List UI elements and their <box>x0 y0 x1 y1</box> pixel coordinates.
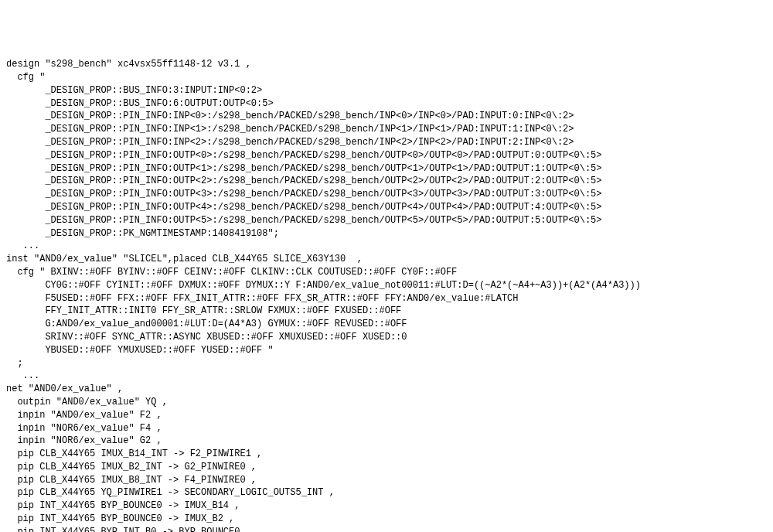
code-line: ... <box>6 240 767 253</box>
code-line: pip CLB_X44Y65 IMUX_B14_INT -> F2_PINWIR… <box>6 448 767 461</box>
code-line: _DESIGN_PROP::PK_NGMTIMESTAMP:1408419108… <box>6 227 767 240</box>
code-line: inpin "NOR6/ex_value" F4 , <box>6 422 767 435</box>
code-line: pip INT_X44Y65 BYP_BOUNCE0 -> IMUX_B14 , <box>6 500 767 513</box>
code-line: pip INT_X44Y65 BYP_BOUNCE0 -> IMUX_B2 , <box>6 513 767 526</box>
code-line: cfg " BXINV::#OFF BYINV::#OFF CEINV::#OF… <box>6 266 767 279</box>
code-line: _DESIGN_PROP::PIN_INFO:INP<2>:/s298_benc… <box>6 136 767 149</box>
code-line: _DESIGN_PROP::PIN_INFO:OUTP<2>:/s298_ben… <box>6 175 767 188</box>
code-line: _DESIGN_PROP::BUS_INFO:3:INPUT:INP<0:2> <box>6 84 767 97</box>
code-line: _DESIGN_PROP::PIN_INFO:INP<0>:/s298_benc… <box>6 110 767 123</box>
code-line: _DESIGN_PROP::PIN_INFO:INP<1>:/s298_benc… <box>6 123 767 136</box>
code-line: _DESIGN_PROP::PIN_INFO:OUTP<3>:/s298_ben… <box>6 188 767 201</box>
code-line: cfg " <box>6 71 767 84</box>
code-line: ; <box>6 357 767 370</box>
code-line: _DESIGN_PROP::PIN_INFO:OUTP<4>:/s298_ben… <box>6 201 767 214</box>
code-block: design "s298_bench" xc4vsx55ff1148-12 v3… <box>6 58 767 532</box>
code-line: SRINV::#OFF SYNC_ATTR::ASYNC XBUSED::#OF… <box>6 331 767 344</box>
code-line: G:AND0/ex_value_and00001:#LUT:D=(A4*A3) … <box>6 318 767 331</box>
code-line: _DESIGN_PROP::PIN_INFO:OUTP<1>:/s298_ben… <box>6 162 767 176</box>
code-line: FFY_INIT_ATTR::INIT0 FFY_SR_ATTR::SRLOW … <box>6 305 767 318</box>
code-line: _DESIGN_PROP::PIN_INFO:OUTP<0>:/s298_ben… <box>6 149 767 162</box>
code-line: inpin "AND0/ex_value" F2 , <box>6 409 767 422</box>
code-line: _DESIGN_PROP::BUS_INFO:6:OUTPUT:OUTP<0:5… <box>6 97 767 111</box>
code-line: _DESIGN_PROP::PIN_INFO:OUTP<5>:/s298_ben… <box>6 214 767 227</box>
code-line: pip CLB_X44Y65 IMUX_B2_INT -> G2_PINWIRE… <box>6 461 767 474</box>
code-line: design "s298_bench" xc4vsx55ff1148-12 v3… <box>6 58 767 71</box>
code-line: inpin "NOR6/ex_value" G2 , <box>6 435 767 448</box>
code-line: pip CLB_X44Y65 IMUX_B8_INT -> F4_PINWIRE… <box>6 474 767 487</box>
code-line: YBUSED::#OFF YMUXUSED::#OFF YUSED::#OFF … <box>6 344 767 357</box>
code-line: F5USED::#OFF FFX::#OFF FFX_INIT_ATTR::#O… <box>6 292 767 305</box>
code-line: net "AND0/ex_value" , <box>6 383 767 396</box>
code-line: pip CLB_X44Y65 YQ_PINWIRE1 -> SECONDARY_… <box>6 486 767 500</box>
code-line: inst "AND0/ex_value" "SLICEL",placed CLB… <box>6 253 767 266</box>
code-line: pip INT_X44Y65 BYP_INT_B0 -> BYP_BOUNCE0… <box>6 526 767 532</box>
code-line: CY0G::#OFF CYINIT::#OFF DXMUX::#OFF DYMU… <box>6 279 767 292</box>
code-line: outpin "AND0/ex_value" YQ , <box>6 396 767 409</box>
code-line: ... <box>6 370 767 383</box>
